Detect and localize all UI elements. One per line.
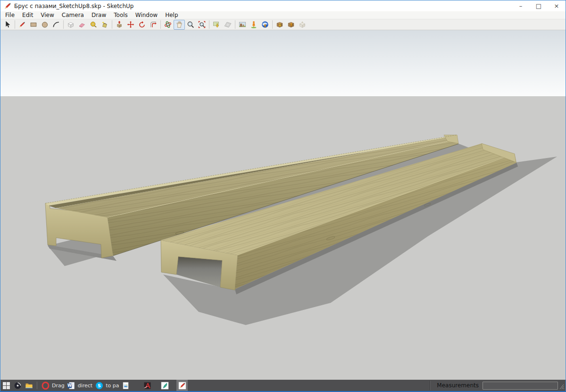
- title-bar: Брус с пазами_SketchUp8.skp - SketchUp –…: [0, 0, 566, 11]
- menu-view[interactable]: View: [37, 11, 58, 19]
- window-controls: – □ ×: [512, 0, 566, 11]
- measurements-input[interactable]: [483, 382, 558, 390]
- rectangle-icon: [29, 20, 38, 29]
- opera-button[interactable]: [40, 380, 51, 391]
- start-button[interactable]: [0, 380, 12, 391]
- eraser-tool-button[interactable]: [76, 20, 88, 30]
- menu-edit[interactable]: Edit: [18, 11, 37, 19]
- svg-text:S: S: [98, 383, 101, 388]
- folder-icon: [25, 382, 33, 390]
- pencil-icon: [18, 20, 26, 29]
- zoom-extents-icon: [198, 20, 206, 29]
- file-explorer-button[interactable]: [23, 380, 34, 391]
- photos-app-button[interactable]: [120, 380, 131, 391]
- taskbar-icons: Drag W direct S to pa: [0, 380, 188, 391]
- menu-tools[interactable]: Tools: [110, 11, 132, 19]
- component-cube-icon: [67, 20, 75, 29]
- sketchup-taskbar-button[interactable]: [176, 380, 188, 391]
- toolbar-separator: [112, 20, 112, 29]
- word-icon: W: [67, 382, 75, 390]
- zoom-extents-button[interactable]: [196, 20, 208, 30]
- share-models-box-icon: [287, 20, 295, 29]
- get-current-view-icon: [212, 20, 221, 29]
- sketchup-app-icon: [178, 382, 186, 390]
- toolbar-separator: [209, 20, 209, 29]
- orbit-tool-button[interactable]: [162, 20, 174, 30]
- offset-tool-button[interactable]: [148, 20, 159, 30]
- toolbar-separator: [160, 20, 161, 29]
- menu-bar: File Edit View Camera Draw Tools Window …: [0, 11, 566, 19]
- maximize-button[interactable]: □: [530, 0, 548, 11]
- select-tool-button[interactable]: [2, 20, 13, 30]
- move-tool-button[interactable]: [125, 20, 136, 30]
- toolbar-separator: [15, 20, 15, 29]
- pan-tool-button[interactable]: [174, 20, 185, 30]
- share-models-button[interactable]: [285, 20, 297, 30]
- rectangle-tool-button[interactable]: [28, 20, 39, 30]
- push-pull-icon: [115, 20, 124, 29]
- opera-icon: [42, 382, 50, 390]
- word-button[interactable]: W: [66, 380, 77, 391]
- position-camera-figure-icon: [250, 20, 258, 29]
- make-component-button[interactable]: [65, 20, 76, 30]
- taskbar-text-fragment: to pa: [106, 383, 119, 389]
- photo-viewer-icon: [122, 382, 130, 390]
- menu-draw[interactable]: Draw: [88, 11, 110, 19]
- menu-help[interactable]: Help: [161, 11, 182, 19]
- push-pull-button[interactable]: [114, 20, 125, 30]
- get-models-button[interactable]: [274, 20, 285, 30]
- svg-text:W: W: [67, 384, 72, 388]
- taskbar-text-fragment: Drag: [52, 383, 65, 389]
- offset-arc-icon: [149, 20, 158, 29]
- menu-window[interactable]: Window: [132, 11, 161, 19]
- circular-app-button[interactable]: [12, 380, 23, 391]
- close-button[interactable]: ×: [548, 0, 566, 11]
- getting-started-toolbar: [0, 19, 566, 30]
- zoom-tool-button[interactable]: [185, 20, 196, 30]
- taskbar-separator: [37, 382, 37, 389]
- rotate-tool-button[interactable]: [136, 20, 148, 30]
- eraser-icon: [78, 20, 86, 29]
- preview-google-earth-button[interactable]: [259, 20, 271, 30]
- rotate-arrows-icon: [138, 20, 146, 29]
- skype-button[interactable]: S: [93, 380, 105, 391]
- autocad-button[interactable]: [142, 380, 153, 391]
- position-camera-button[interactable]: [248, 20, 259, 30]
- get-current-view-button[interactable]: [211, 20, 222, 30]
- measurements-section: Measurements: [430, 380, 566, 391]
- windows-logo-icon: [2, 382, 10, 390]
- magnifier-icon: [186, 20, 195, 29]
- circular-app-icon: [14, 382, 22, 390]
- minimize-button[interactable]: –: [512, 0, 530, 11]
- toolbar-separator: [63, 20, 64, 29]
- feather-app-button[interactable]: [159, 380, 170, 391]
- photo-textures-icon: [238, 20, 247, 29]
- measurements-label: Measurements: [437, 382, 479, 389]
- taskbar-text-fragment: direct: [78, 383, 92, 389]
- menu-camera[interactable]: Camera: [58, 11, 88, 19]
- skype-icon: S: [95, 382, 103, 390]
- menu-file[interactable]: File: [1, 11, 18, 19]
- pan-hand-icon: [175, 20, 183, 29]
- status-separator: [430, 381, 430, 390]
- line-tool-button[interactable]: [17, 20, 28, 30]
- share-component-cube-icon: [298, 20, 307, 29]
- sketchup-window: Брус с пазами_SketchUp8.skp - SketchUp –…: [0, 0, 566, 392]
- arc-tool-button[interactable]: [50, 20, 62, 30]
- toggle-terrain-button[interactable]: [222, 20, 233, 30]
- toolbar-separator: [235, 20, 235, 29]
- share-component-button[interactable]: [297, 20, 308, 30]
- viewport-3d-canvas[interactable]: [0, 30, 566, 380]
- google-earth-globe-icon: [261, 20, 269, 29]
- photo-textures-button[interactable]: [237, 20, 248, 30]
- paint-bucket-button[interactable]: [99, 20, 110, 30]
- get-models-box-icon: [275, 20, 284, 29]
- tape-measure-button[interactable]: [88, 20, 99, 30]
- sky-background: [0, 30, 566, 96]
- orbit-icon: [164, 20, 172, 29]
- model-scene-svg: [0, 30, 566, 380]
- circle-tool-button[interactable]: [39, 20, 50, 30]
- resize-grip[interactable]: [559, 384, 565, 390]
- bottom-bar: Drag W direct S to pa: [0, 380, 566, 391]
- sketchup-logo-icon: [4, 2, 11, 10]
